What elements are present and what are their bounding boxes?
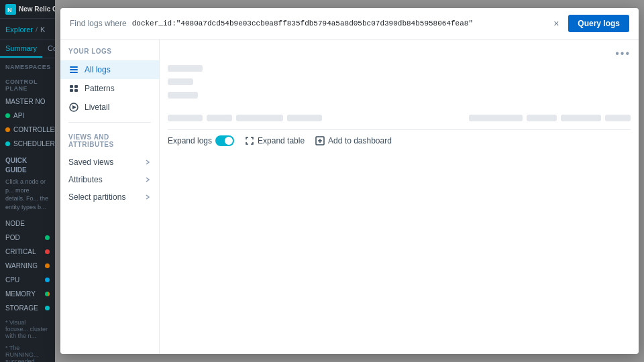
patterns-icon bbox=[68, 83, 79, 94]
storage-label: STORAGE bbox=[5, 304, 42, 312]
nav-patterns[interactable]: Patterns bbox=[60, 79, 159, 98]
logo-text: New Relic ONE bbox=[19, 5, 55, 13]
logs-query-input[interactable] bbox=[132, 19, 545, 27]
skeleton-bars bbox=[168, 65, 631, 121]
logs-header: Find logs where × Query logs bbox=[60, 8, 639, 40]
main-content: Find logs where × Query logs YOUR LOGS A… bbox=[55, 0, 644, 362]
skeleton-bar bbox=[605, 115, 631, 121]
nav-select-partitions[interactable]: Select partitions bbox=[60, 188, 159, 206]
skeleton-bar bbox=[207, 115, 232, 121]
expand-table-label: Expand table bbox=[258, 136, 305, 145]
breadcrumb-k[interactable]: K bbox=[40, 25, 45, 34]
svg-rect-4 bbox=[70, 72, 78, 73]
find-logs-label: Find logs where bbox=[70, 19, 127, 28]
sidebar-item-api[interactable]: API bbox=[0, 109, 55, 123]
attributes-label: Attributes bbox=[68, 175, 103, 184]
all-logs-label: All logs bbox=[85, 65, 111, 74]
cpu-label: CPU bbox=[5, 276, 42, 284]
sidebar-item-cpu[interactable]: CPU bbox=[0, 273, 55, 287]
patterns-label: Patterns bbox=[85, 84, 115, 93]
scheduler-dot bbox=[5, 141, 10, 146]
skeleton-bar bbox=[168, 78, 193, 85]
quick-guide-text1: Click a node or p... more details. Fo...… bbox=[5, 178, 50, 211]
tab-summary[interactable]: Summary bbox=[0, 40, 42, 58]
quick-guide-title: QUICK GUIDE bbox=[5, 156, 50, 175]
sidebar: N New Relic ONE Explorer / K Summary Co … bbox=[0, 0, 55, 362]
expand-table-btn[interactable]: Expand table bbox=[245, 136, 305, 145]
saved-views-label: Saved views bbox=[68, 158, 113, 167]
logo: N New Relic ONE bbox=[5, 4, 55, 15]
nav-all-logs[interactable]: All logs bbox=[60, 60, 159, 79]
skeleton-bar bbox=[469, 115, 523, 121]
controller-dot bbox=[5, 127, 10, 132]
clear-query-button[interactable]: × bbox=[549, 17, 563, 30]
logs-body: YOUR LOGS All logs bbox=[60, 40, 639, 354]
skeleton-bar bbox=[287, 115, 322, 121]
sidebar-item-critical[interactable]: CRITICAL bbox=[0, 245, 55, 259]
skeleton-bar bbox=[527, 115, 557, 121]
warning-dot bbox=[45, 263, 50, 268]
breadcrumb-sep: / bbox=[36, 25, 38, 34]
critical-label: CRITICAL bbox=[5, 248, 42, 255]
nr-logo-icon: N bbox=[5, 4, 16, 15]
tab-co[interactable]: Co bbox=[42, 40, 55, 58]
node-label: NODE bbox=[5, 220, 50, 227]
critical-dot bbox=[45, 249, 50, 254]
sidebar-header: N New Relic ONE bbox=[0, 0, 55, 19]
svg-rect-7 bbox=[70, 89, 73, 92]
namespaces-label: NAMESPACES bbox=[0, 58, 55, 73]
livetail-icon bbox=[68, 102, 79, 113]
expand-logs-toggle[interactable]: Expand logs bbox=[168, 135, 234, 146]
sidebar-item-node[interactable]: NODE bbox=[0, 217, 55, 231]
query-logs-button[interactable]: Query logs bbox=[568, 15, 629, 32]
nav-saved-views[interactable]: Saved views bbox=[60, 154, 159, 171]
storage-dot bbox=[45, 306, 50, 310]
nav-livetail[interactable]: Livetail bbox=[60, 98, 159, 117]
svg-marker-10 bbox=[72, 105, 76, 109]
sidebar-item-master[interactable]: MASTER NO bbox=[0, 95, 55, 109]
logs-toolbar: Expand logs Expand table bbox=[168, 129, 631, 152]
more-options-button[interactable]: ••• bbox=[615, 48, 631, 60]
breadcrumb: Explorer / K bbox=[0, 19, 55, 40]
nav-attributes[interactable]: Attributes bbox=[60, 171, 159, 188]
livetail-label: Livetail bbox=[85, 103, 109, 112]
sidebar-item-scheduler[interactable]: SCHEDULER bbox=[0, 137, 55, 151]
logs-nav: YOUR LOGS All logs bbox=[60, 40, 160, 354]
chevron-right-icon-3 bbox=[144, 194, 151, 200]
sidebar-item-controller[interactable]: CONTROLLER bbox=[0, 123, 55, 137]
warning-label: WARNING bbox=[5, 262, 42, 269]
api-label: API bbox=[13, 112, 50, 119]
nav-divider bbox=[68, 122, 151, 123]
your-logs-label: YOUR LOGS bbox=[60, 48, 159, 60]
scheduler-label: SCHEDULER bbox=[13, 140, 55, 147]
skeleton-bar bbox=[561, 115, 601, 121]
quick-guide: QUICK GUIDE Click a node or p... more de… bbox=[0, 151, 55, 217]
skeleton-row-header bbox=[168, 115, 631, 121]
svg-rect-8 bbox=[74, 89, 78, 92]
note2: * The RUNNING... succeeded, failed... bbox=[0, 343, 55, 362]
sidebar-item-memory[interactable]: MEMORY bbox=[0, 287, 55, 301]
expand-logs-switch[interactable] bbox=[215, 135, 234, 146]
logs-content: ••• bbox=[160, 40, 639, 354]
add-to-dashboard-btn[interactable]: Add to dashboard bbox=[315, 136, 392, 145]
svg-rect-5 bbox=[70, 85, 73, 88]
chevron-right-icon bbox=[144, 159, 151, 166]
master-label: MASTER NO bbox=[5, 98, 50, 105]
svg-text:N: N bbox=[7, 7, 12, 13]
skeleton-row-3 bbox=[168, 92, 631, 99]
add-to-dashboard-label: Add to dashboard bbox=[328, 136, 392, 145]
skeleton-row-2 bbox=[168, 78, 631, 85]
logs-content-header: ••• bbox=[168, 48, 631, 60]
breadcrumb-explorer[interactable]: Explorer bbox=[5, 25, 33, 34]
controller-label: CONTROLLER bbox=[13, 126, 55, 133]
memory-dot bbox=[45, 292, 50, 296]
skeleton-bar bbox=[168, 92, 198, 99]
views-attributes-label: VIEWS AND ATTRIBUTES bbox=[60, 128, 159, 154]
sidebar-item-warning[interactable]: WARNING bbox=[0, 259, 55, 273]
skeleton-bar bbox=[236, 115, 283, 121]
nav-tabs: Summary Co bbox=[0, 40, 55, 58]
pod-label: POD bbox=[5, 234, 42, 241]
sidebar-item-pod[interactable]: POD bbox=[0, 231, 55, 245]
sidebar-item-storage[interactable]: STORAGE bbox=[0, 301, 55, 315]
control-plane-label: CONTROL PLANE bbox=[0, 73, 55, 95]
